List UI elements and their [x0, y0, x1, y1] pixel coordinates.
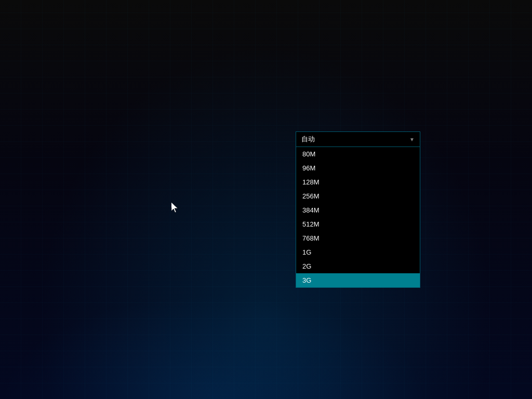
option-1g[interactable]: 1G: [296, 245, 420, 259]
option-128m[interactable]: 128M: [296, 175, 420, 189]
option-512m[interactable]: 512M: [296, 217, 420, 231]
option-768m[interactable]: 768M: [296, 231, 420, 245]
dropdown-arrow-3: ▼: [409, 137, 415, 142]
option-96m[interactable]: 96M: [296, 161, 420, 175]
option-256m[interactable]: 256M: [296, 189, 420, 203]
option-3g[interactable]: 3G: [296, 273, 420, 287]
uma-dropdown[interactable]: 自动 ▼: [296, 131, 420, 147]
option-2g[interactable]: 2G: [296, 259, 420, 273]
uma-dropdown-list: 80M 96M 128M 256M 384M 512M 768M 1G 2G 3…: [296, 147, 420, 288]
option-80m[interactable]: 80M: [296, 147, 420, 161]
uma-value: 自动 ▼ 80M 96M 128M 256M 384M 512M 768M: [296, 131, 420, 288]
option-384m[interactable]: 384M: [296, 203, 420, 217]
